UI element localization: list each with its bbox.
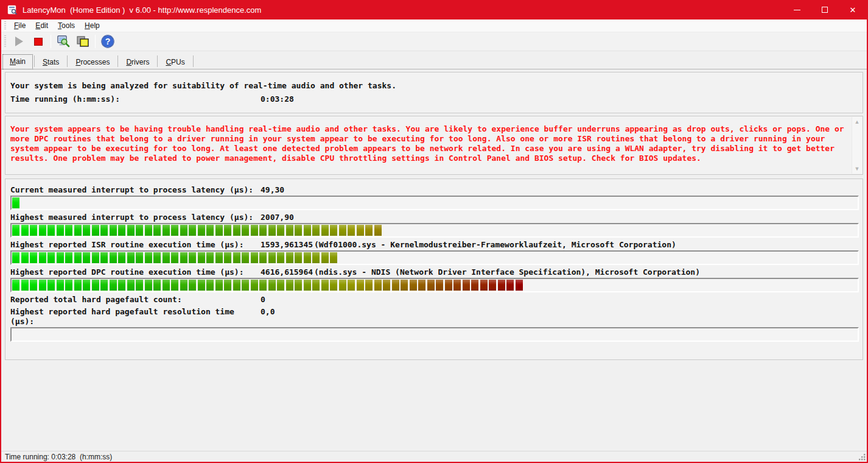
analysis-status-line: Your system is being analyzed for suitab… xyxy=(10,81,856,91)
bar-segment xyxy=(268,225,276,236)
app-icon xyxy=(7,5,18,15)
dpc-time-bar xyxy=(10,278,859,292)
isr-time-label: Highest reported ISR routine execution t… xyxy=(10,240,261,250)
pagefault-count-label-row: Reported total hard pagefault count:0 xyxy=(10,295,859,305)
bar-segment xyxy=(233,280,240,291)
bar-segment xyxy=(471,280,478,291)
bar-segment xyxy=(215,280,223,291)
toolbar-gripper[interactable] xyxy=(4,35,6,48)
bar-segment xyxy=(304,252,311,263)
bar-segment xyxy=(506,280,514,291)
bar-segment xyxy=(110,280,117,291)
dpc-time-label: Highest reported DPC routine execution t… xyxy=(10,267,261,277)
bar-segment xyxy=(206,252,214,263)
time-running-value: 0:03:28 xyxy=(261,94,314,104)
bar-segment xyxy=(145,225,152,236)
bar-segment xyxy=(321,225,329,236)
bar-segment xyxy=(163,280,170,291)
bar-segment xyxy=(427,280,435,291)
bar-segment xyxy=(277,252,284,263)
bar-segment xyxy=(418,280,425,291)
current-latency-value: 49,30 xyxy=(261,185,314,195)
bar-segment xyxy=(30,252,37,263)
bar-segment xyxy=(224,225,231,236)
start-monitor-button[interactable] xyxy=(9,34,29,50)
bar-segment xyxy=(163,252,170,263)
warning-text: Your system appears to be having trouble… xyxy=(10,124,844,163)
tab-separator xyxy=(193,55,194,67)
bar-segment xyxy=(100,280,108,291)
bar-segment xyxy=(445,280,452,291)
menu-tools[interactable]: Tools xyxy=(53,20,80,31)
bar-segment xyxy=(153,280,161,291)
bar-segment xyxy=(348,225,355,236)
analyze-button[interactable] xyxy=(54,34,73,50)
bar-segment xyxy=(189,280,196,291)
bar-segment xyxy=(83,225,90,236)
bar-segment xyxy=(189,252,196,263)
bar-segment xyxy=(47,225,55,236)
minimize-icon xyxy=(794,10,800,10)
scrollbar-up-icon[interactable]: ▲ xyxy=(855,119,860,125)
bar-segment xyxy=(21,225,29,236)
highest-latency-bar xyxy=(10,223,859,238)
bar-segment xyxy=(410,280,417,291)
tab-cpus[interactable]: CPUs xyxy=(159,55,191,69)
menu-file[interactable]: File xyxy=(9,20,30,31)
resize-grip[interactable] xyxy=(858,453,866,461)
tab-stats[interactable]: Stats xyxy=(36,55,66,69)
bar-segment xyxy=(251,225,258,236)
analysis-panel: Your system is being analyzed for suitab… xyxy=(5,72,863,113)
current-latency-label: Current measured interrupt to process la… xyxy=(10,185,261,195)
bar-segment xyxy=(286,280,293,291)
tab-drivers[interactable]: Drivers xyxy=(119,55,156,69)
bar-segment xyxy=(145,252,152,263)
tab-processes[interactable]: Processes xyxy=(69,55,116,69)
toolbar: ? xyxy=(1,32,867,51)
bar-segment xyxy=(12,197,19,208)
bar-segment xyxy=(39,225,46,236)
bar-segment xyxy=(110,252,117,263)
bar-segment xyxy=(339,225,346,236)
highest-latency-label-row: Highest measured interrupt to process la… xyxy=(10,213,859,222)
bar-segment xyxy=(136,280,143,291)
bar-segment xyxy=(330,225,337,236)
close-button[interactable]: ✕ xyxy=(839,0,867,19)
warning-scrollbar[interactable]: ▲ ▼ xyxy=(852,117,862,174)
minimize-button[interactable] xyxy=(783,0,811,19)
pagefault-count-label: Reported total hard pagefault count: xyxy=(10,295,261,305)
bar-segment xyxy=(436,280,443,291)
bar-segment xyxy=(339,280,346,291)
bar-segment xyxy=(277,225,284,236)
bar-segment xyxy=(92,252,99,263)
tab-main[interactable]: Main xyxy=(2,54,33,69)
bar-segment xyxy=(171,252,178,263)
maximize-button[interactable] xyxy=(811,0,839,19)
bar-segment xyxy=(30,225,37,236)
menubar-gripper[interactable] xyxy=(4,21,6,30)
highest-latency-value: 2007,90 xyxy=(261,213,314,222)
bar-segment xyxy=(295,280,302,291)
report-button[interactable] xyxy=(73,34,93,50)
help-button[interactable]: ? xyxy=(98,34,117,50)
bar-segment xyxy=(65,280,72,291)
bar-segment xyxy=(286,252,293,263)
bar-segment xyxy=(321,252,329,263)
bar-segment xyxy=(110,225,117,236)
bar-segment xyxy=(206,280,214,291)
current-latency-label-row: Current measured interrupt to process la… xyxy=(10,185,859,195)
scrollbar-down-icon[interactable]: ▼ xyxy=(855,166,860,172)
bar-segment xyxy=(198,280,205,291)
status-bar: Time running: 0:03:28 (h:mm:ss) xyxy=(1,451,867,462)
bar-segment xyxy=(259,225,267,236)
menu-help[interactable]: Help xyxy=(80,20,105,31)
bar-segment xyxy=(463,280,470,291)
menu-bar: FileEditToolsHelp xyxy=(1,19,867,32)
isr-time-bar xyxy=(10,250,859,265)
bar-segment xyxy=(330,280,337,291)
bar-segment xyxy=(180,225,187,236)
pagefault-time-label-row: Highest reported hard pagefault resoluti… xyxy=(10,307,859,327)
stop-monitor-button[interactable] xyxy=(29,34,48,50)
bar-segment xyxy=(383,280,390,291)
menu-edit[interactable]: Edit xyxy=(30,20,53,31)
